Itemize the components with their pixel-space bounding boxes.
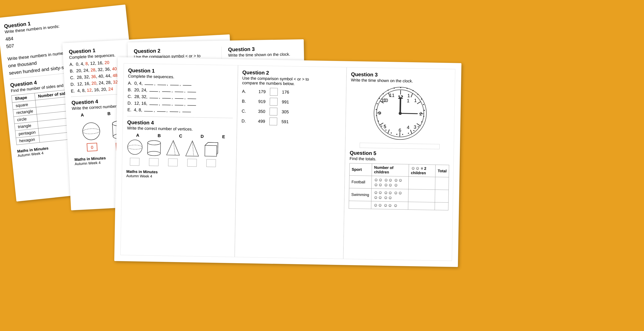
- sphere-icon: [81, 121, 102, 141]
- svg-marker-43: [186, 141, 199, 156]
- cmp-right: 591: [282, 119, 289, 124]
- cmp-label: C.: [242, 109, 248, 114]
- cmp-box[interactable]: [270, 88, 278, 96]
- vlabel-a: A: [80, 112, 84, 118]
- svg-rect-45: [205, 145, 217, 156]
- time-answer-box[interactable]: [360, 143, 440, 149]
- tall-pyramid-s4: [184, 140, 200, 157]
- svg-text:2: 2: [420, 111, 422, 117]
- q3-cell: Question 3 Write the time shown on the c…: [343, 67, 456, 261]
- cmp-label: B.: [242, 99, 248, 104]
- cmp-row: B. 919 991: [242, 97, 342, 107]
- cmp-right: 991: [282, 99, 289, 104]
- cmp-label: D.: [242, 118, 248, 124]
- svg-text:1: 1: [407, 93, 410, 98]
- clock-face-s4: 12 1 2 3 6 5 9 10 11 1 10 5 4 1: [372, 85, 428, 142]
- svg-text:5: 5: [384, 124, 386, 129]
- s3-q3-title: Question 3: [228, 45, 298, 53]
- box-s4: [203, 140, 220, 158]
- svg-text:6: 6: [398, 127, 401, 133]
- ans-e: [206, 159, 216, 167]
- sport-extra: [349, 201, 372, 209]
- col-icon: ☺☺ = 2 children: [408, 164, 436, 177]
- cmp-right: 305: [282, 109, 289, 114]
- q1-cell: Question 1 Complete the sequences. A. 0,…: [120, 63, 238, 257]
- cmp-box[interactable]: [269, 117, 277, 125]
- extra-faces: ☺☺ ☺☺ ☺: [371, 201, 408, 210]
- extra-total: [435, 202, 448, 210]
- sphere-s4: [126, 139, 143, 155]
- seq-d-blank: D. 12, 16, , , ,: [128, 101, 233, 107]
- sq-pyramid-s4: [165, 140, 181, 157]
- clock-s4: 12 1 2 3 6 5 9 10 11 1 10 5 4 1: [350, 85, 450, 142]
- vl-e: E: [215, 134, 232, 139]
- swimming-faces: ☺☺ ☺☺ ☺☺ ☺☺ ☺☺: [371, 188, 408, 202]
- svg-text:11: 11: [389, 92, 394, 98]
- svg-line-105: [400, 113, 418, 114]
- swimming-total: [435, 190, 449, 202]
- cmp-label: A.: [242, 89, 248, 94]
- football-total: [435, 177, 449, 190]
- shape-a-col: 0: [81, 121, 102, 152]
- seq-a-blank: A. 0, 4, , , ,: [128, 81, 233, 88]
- vl-d: D: [194, 134, 211, 139]
- s3-q3-sub: Write the time shown on the clock.: [228, 52, 298, 58]
- sport-swimming: Swimming: [349, 188, 372, 201]
- q2-cell: Question 2 Use the comparison symbol < o…: [234, 65, 347, 259]
- cmp-row: A. 179 176: [242, 87, 342, 97]
- football-faces: ☺☺ ☺☺ ☺☺ ☺☺ ☺☺ ☺: [372, 176, 408, 189]
- col-sport: Sport: [349, 163, 372, 176]
- football-row: Football ☺☺ ☺☺ ☺☺ ☺☺ ☺☺ ☺: [349, 176, 449, 190]
- cmp-right: 176: [282, 89, 289, 95]
- ans-a: [130, 158, 140, 166]
- col-total: Total: [436, 165, 449, 177]
- svg-marker-41: [166, 140, 180, 155]
- vl-a: A: [129, 133, 146, 138]
- cmp-left: 350: [252, 109, 265, 114]
- vl-b: B: [150, 133, 168, 138]
- cmp-left: 499: [252, 119, 265, 124]
- seq-e-blank: E. 4, 8, , , ,: [128, 107, 233, 114]
- pictogram-table: Sport Number of children ☺☺ = 2 children…: [349, 163, 449, 210]
- cmp-row: D. 499 591: [242, 117, 341, 126]
- seq-c-blank: C. 28, 32, , , ,: [128, 94, 233, 101]
- svg-text:10: 10: [383, 98, 388, 103]
- seq-a-red: 8: [85, 61, 88, 66]
- svg-text:4: 4: [407, 125, 410, 130]
- football-legend: [408, 176, 436, 190]
- cmp-box[interactable]: [270, 107, 278, 115]
- svg-point-0: [82, 122, 100, 140]
- vl-c: C: [172, 133, 189, 139]
- s3-q2-title: Question 2: [134, 47, 218, 54]
- svg-point-39: [147, 151, 160, 156]
- cylinder-s4: [146, 139, 162, 157]
- svg-point-40: [148, 141, 160, 145]
- svg-line-104: [400, 98, 400, 113]
- svg-point-35: [128, 140, 142, 155]
- ans-b: [149, 158, 159, 166]
- cmp-left: 179: [253, 89, 266, 94]
- svg-text:3: 3: [414, 124, 416, 130]
- col-children: Number of children: [372, 164, 409, 176]
- extra-legend: [408, 202, 435, 210]
- s4-shapes-row: [126, 139, 232, 158]
- q2-sub-s4: Use the comparison symbol < or > tocompa…: [242, 76, 342, 87]
- svg-line-49: [218, 143, 218, 153]
- answer-a: 0: [87, 143, 98, 151]
- cmp-box[interactable]: [270, 98, 278, 106]
- swimming-legend: [408, 189, 435, 202]
- cmp-left: 919: [252, 99, 266, 104]
- vlabel-b: B: [107, 111, 111, 116]
- swimming-row: Swimming ☺☺ ☺☺ ☺☺ ☺☺ ☺☺: [349, 188, 448, 202]
- vertex-label-row: A B C D E: [129, 133, 232, 139]
- ans-d: [187, 159, 197, 167]
- svg-text:9: 9: [378, 110, 381, 116]
- worksheet-4: Question 1 Complete the sequences. A. 0,…: [114, 57, 462, 267]
- extra-row: ☺☺ ☺☺ ☺: [349, 201, 448, 210]
- sport-football: Football: [349, 176, 372, 189]
- svg-text:1: 1: [407, 98, 410, 103]
- svg-text:1: 1: [414, 98, 417, 103]
- cmp-row: C. 350 305: [242, 107, 342, 117]
- seq-b-blank: B. 20, 24, , , ,: [128, 87, 233, 94]
- cmp-rows: A. 179 176 B. 919 991 C. 350 305 D. 499 …: [242, 87, 342, 126]
